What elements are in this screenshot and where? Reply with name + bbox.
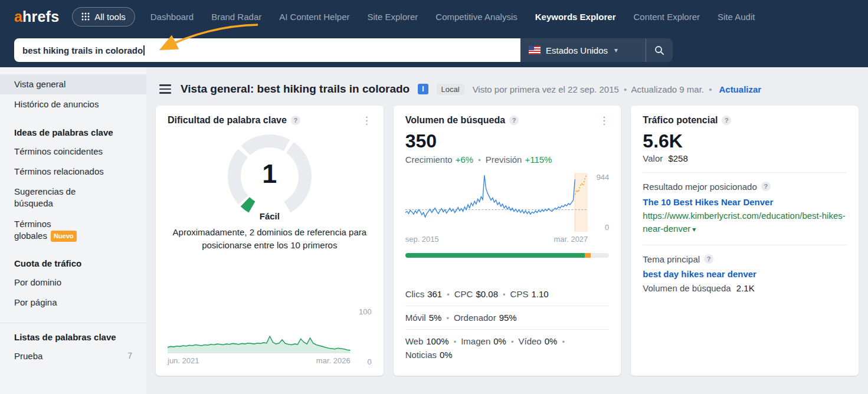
sidebar-item-label: Términos globalesNuevo: [14, 218, 84, 242]
meta-dot: •: [624, 84, 627, 94]
topic-volume-value: 2.1K: [736, 283, 755, 293]
kd-card-title: Dificultad de palabra clave: [168, 115, 287, 126]
search-icon: [654, 45, 664, 55]
divider: [643, 245, 847, 245]
main-content: Vista general: best hiking trails in col…: [146, 67, 868, 394]
kebab-menu-icon[interactable]: ⋮: [599, 116, 609, 126]
us-flag-icon: [529, 46, 541, 54]
all-tools-label: All tools: [94, 12, 126, 22]
bullet-separator: [473, 155, 486, 165]
grid-icon: [81, 12, 90, 21]
nav-competitive-analysis[interactable]: Competitive Analysis: [435, 12, 517, 22]
bullet-separator: [506, 336, 519, 346]
page-header: Vista general: best hiking trails in col…: [158, 83, 856, 96]
intent-badge[interactable]: I: [418, 84, 428, 94]
sidebar: Vista general Histórico de anuncios Idea…: [0, 67, 146, 394]
growth-label: Crecimiento: [405, 155, 453, 165]
text-cursor: [143, 45, 145, 55]
divider: [643, 172, 847, 173]
top-result-label: Resultado mejor posicionado ?: [643, 182, 847, 192]
kd-description: Aproximadamente, 2 dominios de referenci…: [172, 226, 367, 252]
keyword-search-input[interactable]: best hiking trails in colorado: [14, 38, 520, 62]
nav-site-explorer[interactable]: Site Explorer: [367, 12, 418, 22]
search-input-value: best hiking trails in colorado: [22, 45, 143, 55]
search-bar: best hiking trails in colorado Estados U…: [14, 38, 673, 62]
meta-dot: •: [709, 84, 712, 94]
y-axis-min-label: 0: [367, 357, 371, 366]
y-axis-max-label: 944: [597, 173, 610, 182]
sidebar-item-por-dominio[interactable]: Por dominio: [0, 272, 146, 293]
sidebar-item-label: Prueba: [14, 351, 42, 361]
forecast-value: +115%: [525, 155, 552, 165]
topic-volume-row: Volumen de búsqueda 2.1K: [643, 283, 847, 293]
sidebar-header-ideas: Ideas de palabras clave: [0, 123, 146, 142]
help-icon[interactable]: ?: [704, 254, 713, 264]
traffic-card-title: Tráfico potencial: [643, 115, 718, 126]
x-axis-end-label: mar. 2026: [316, 356, 351, 366]
main-nav: Dashboard Brand Radar AI Content Helper …: [150, 12, 755, 22]
y-axis-min-label: 0: [605, 223, 609, 232]
parent-topic-label: Tema principal ?: [643, 254, 847, 264]
kd-history-chart: [168, 307, 351, 353]
sidebar-item-terminos-relacionados[interactable]: Términos relacionados: [0, 162, 146, 182]
clicks-distribution-bar: [405, 253, 610, 258]
help-icon[interactable]: ?: [761, 182, 771, 191]
sidebar-item-label: Sugerencias de búsqueda: [14, 186, 97, 210]
logo-letter-a: a: [14, 8, 22, 25]
sidebar-item-sugerencias[interactable]: Sugerencias de búsqueda: [0, 182, 146, 214]
sidebar-item-historico-anuncios[interactable]: Histórico de anuncios: [0, 94, 146, 114]
search-volume-card: Volumen de búsqueda ? ⋮ 350 Crecimiento …: [394, 106, 621, 376]
sidebar-item-prueba[interactable]: 7Prueba: [0, 346, 146, 366]
growth-value: +6%: [456, 155, 473, 165]
top-result-title-link[interactable]: The 10 Best Hikes Near Denver: [643, 197, 847, 207]
device-stats-row: Móvil5% Ordenador95%: [405, 306, 610, 330]
nav-keywords-explorer[interactable]: Keywords Explorer: [535, 12, 616, 22]
sidebar-item-por-pagina[interactable]: Por página: [0, 293, 146, 313]
bullet-separator: [449, 336, 461, 346]
kd-score-label: Fácil: [168, 211, 372, 221]
chevron-down-icon: ▾: [614, 46, 618, 54]
volume-card-title: Volumen de búsqueda: [405, 115, 506, 126]
clicks-stats-row: Clics361 CPC$0.08 CPS1.10: [405, 283, 610, 306]
help-icon[interactable]: ?: [509, 116, 519, 125]
traffic-potential-value: 5.6K: [643, 130, 847, 152]
kd-history-chart-block: jun. 2021 mar. 2026 100 0: [168, 307, 372, 366]
bullet-separator: [498, 289, 510, 299]
volume-history-chart: [405, 173, 588, 232]
country-label: Estados Unidos: [546, 45, 608, 55]
updated-text: Actualizado 9 mar.: [631, 84, 704, 94]
bullet-separator: [557, 336, 569, 346]
help-icon[interactable]: ?: [291, 116, 300, 125]
menu-icon[interactable]: [158, 83, 172, 95]
top-result-url-link[interactable]: https://www.kimberlycrist.com/education/…: [643, 209, 847, 236]
kd-gauge: 1 Fácil: [168, 132, 372, 221]
nav-ai-content-helper[interactable]: AI Content Helper: [279, 12, 349, 22]
sidebar-item-vista-general[interactable]: Vista general: [0, 74, 146, 94]
volume-chart-block: sep. 2015 mar. 2027 944 0: [405, 173, 610, 245]
help-icon[interactable]: ?: [722, 116, 731, 125]
all-tools-button[interactable]: All tools: [72, 7, 135, 27]
value-label: Valor: [643, 153, 663, 163]
x-axis-end-label: mar. 2027: [554, 235, 588, 245]
url-dropdown-caret[interactable]: ▾: [692, 225, 696, 234]
top-navigation-bar: ahrefs All tools Dashboard Brand Radar A…: [0, 0, 868, 33]
sidebar-item-terminos-coincidentes[interactable]: Términos coincidentes: [0, 142, 146, 162]
bullet-separator: [441, 313, 454, 323]
growth-row: Crecimiento +6% Previsión +115%: [405, 155, 610, 165]
refresh-link[interactable]: Actualizar: [719, 84, 761, 94]
country-selector[interactable]: Estados Unidos ▾: [520, 38, 646, 62]
ahrefs-logo[interactable]: ahrefs: [14, 8, 59, 25]
kebab-menu-icon[interactable]: ⋮: [362, 116, 372, 126]
nav-brand-radar[interactable]: Brand Radar: [211, 12, 261, 22]
sidebar-header-listas: Listas de palabras clave: [0, 328, 146, 346]
sidebar-item-terminos-globales[interactable]: Términos globalesNuevo: [0, 214, 146, 247]
nav-content-explorer[interactable]: Content Explorer: [633, 12, 700, 22]
nav-site-audit[interactable]: Site Audit: [718, 12, 755, 22]
volume-stats: Clics361 CPC$0.08 CPS1.10 Móvil5% Ordena…: [405, 281, 610, 366]
x-axis-start-label: jun. 2021: [168, 356, 199, 366]
parent-topic-link[interactable]: best day hikes near denver: [643, 269, 847, 279]
page-body: Vista general Histórico de anuncios Idea…: [0, 67, 868, 394]
list-count: 7: [127, 350, 132, 362]
nav-dashboard[interactable]: Dashboard: [150, 12, 194, 22]
search-submit-button[interactable]: [646, 38, 673, 62]
